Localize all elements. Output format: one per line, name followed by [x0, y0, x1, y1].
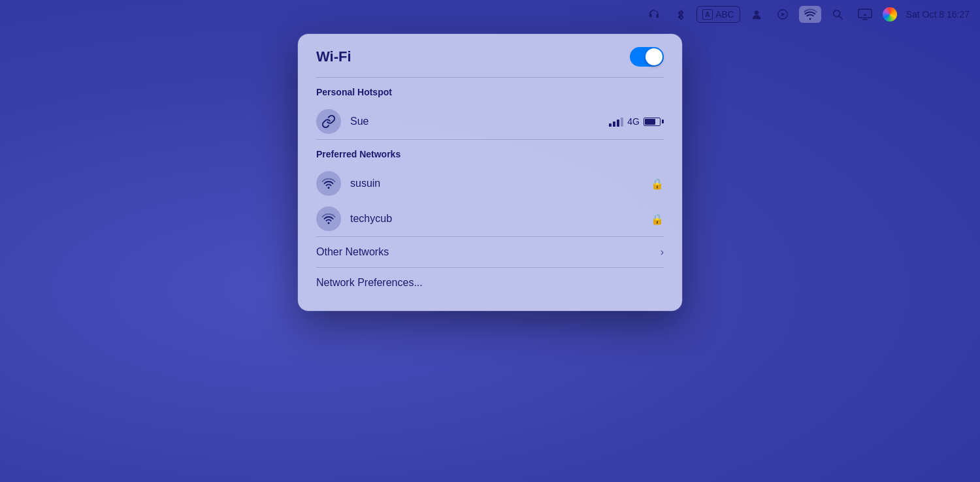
clock-display: Sat Oct 8 16:27 — [906, 9, 970, 20]
lock-icon-techycub: 🔒 — [651, 213, 664, 225]
network-icon-circle-techycub — [316, 206, 341, 231]
headphones-icon[interactable] — [644, 6, 664, 23]
other-networks-label: Other Networks — [316, 246, 389, 258]
signal-bar-3 — [617, 120, 619, 127]
hotspot-network-type: 4G — [627, 116, 640, 127]
network-row-techycub[interactable]: techycub 🔒 — [298, 201, 682, 236]
preferred-networks-label: Preferred Networks — [298, 140, 682, 166]
siri-icon[interactable] — [883, 7, 897, 22]
signal-bar-1 — [609, 123, 612, 127]
svg-point-8 — [328, 187, 330, 189]
signal-bar-2 — [613, 121, 615, 127]
hotspot-icon-circle — [316, 109, 341, 134]
wifi-toggle[interactable] — [630, 47, 664, 67]
media-play-icon[interactable] — [773, 6, 792, 23]
battery-fill — [645, 119, 655, 125]
network-preferences-label: Network Preferences... — [316, 277, 423, 289]
network-name-susuin: susuin — [350, 178, 642, 189]
network-row-susuin[interactable]: susuin 🔒 — [298, 166, 682, 201]
wifi-panel: Wi-Fi Personal Hotspot Sue 4G — [298, 34, 682, 311]
user-icon[interactable] — [747, 6, 766, 23]
hotspot-device-name: Sue — [350, 116, 600, 127]
menu-bar: A ABC — [0, 0, 980, 29]
link-icon — [321, 114, 336, 129]
menu-bar-items: A ABC — [644, 6, 970, 23]
wifi-header: Wi-Fi — [298, 47, 682, 77]
personal-hotspot-label: Personal Hotspot — [298, 78, 682, 104]
wifi-icon-techycub — [321, 214, 336, 224]
svg-point-5 — [833, 10, 840, 17]
abc-input-indicator[interactable]: A ABC — [696, 6, 740, 23]
svg-rect-7 — [858, 9, 872, 18]
spotlight-search-icon[interactable] — [828, 6, 847, 23]
svg-point-2 — [755, 10, 759, 14]
hotspot-device-row[interactable]: Sue 4G — [298, 104, 682, 139]
svg-point-9 — [328, 222, 330, 224]
network-icon-circle-susuin — [316, 171, 341, 196]
svg-line-6 — [839, 16, 842, 20]
other-networks-row[interactable]: Other Networks › — [298, 237, 682, 267]
battery-body — [644, 118, 661, 126]
wifi-panel-title: Wi-Fi — [316, 48, 351, 65]
chevron-right-icon: › — [661, 246, 664, 258]
signal-bars — [609, 116, 623, 127]
bluetooth-icon[interactable] — [670, 6, 690, 23]
lock-icon-susuin: 🔒 — [651, 178, 664, 190]
network-preferences-row[interactable]: Network Preferences... — [298, 268, 682, 298]
battery-indicator — [644, 118, 664, 126]
network-name-techycub: techycub — [350, 213, 642, 225]
battery-tip — [662, 120, 664, 123]
svg-marker-4 — [781, 12, 785, 16]
abc-label: ABC — [715, 9, 734, 20]
signal-bar-4 — [621, 118, 623, 127]
airplay-display-icon[interactable] — [854, 6, 876, 23]
wifi-menubar-icon[interactable] — [799, 6, 821, 23]
hotspot-meta: 4G — [609, 116, 664, 127]
wifi-icon-susuin — [321, 178, 336, 189]
